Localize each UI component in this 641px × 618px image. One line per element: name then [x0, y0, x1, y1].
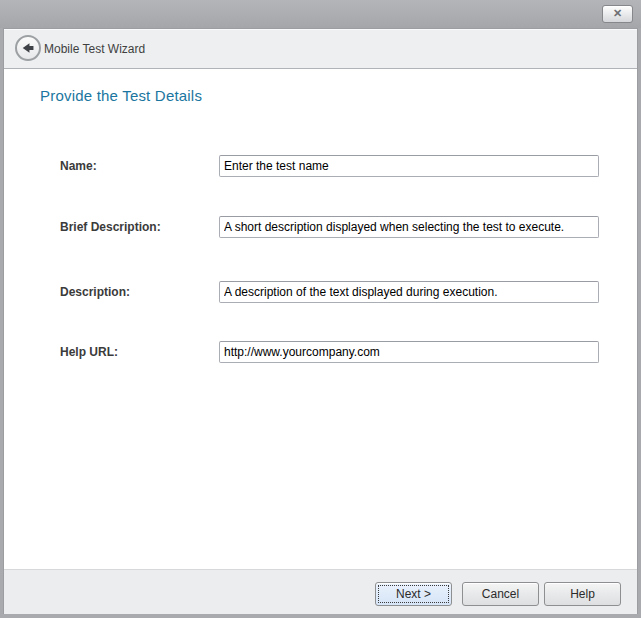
back-button[interactable] — [15, 35, 41, 61]
form-row-description: Description: — [4, 281, 637, 305]
brief-description-label: Brief Description: — [60, 220, 161, 234]
form-row-brief-description: Brief Description: — [4, 216, 637, 240]
wizard-header: Mobile Test Wizard — [4, 29, 637, 69]
cancel-button[interactable]: Cancel — [462, 582, 539, 606]
next-button[interactable]: Next > — [375, 582, 452, 606]
brief-description-input[interactable] — [219, 216, 599, 238]
help-url-label: Help URL: — [60, 345, 118, 359]
description-label: Description: — [60, 285, 130, 299]
name-label: Name: — [60, 159, 97, 173]
mobile-test-wizard-window: ✕ Mobile Test Wizard Provide the Test De… — [0, 0, 641, 618]
close-button[interactable]: ✕ — [602, 5, 633, 23]
help-url-input[interactable] — [219, 341, 599, 363]
description-input[interactable] — [219, 281, 599, 303]
help-button[interactable]: Help — [544, 582, 621, 606]
form-row-help-url: Help URL: — [4, 341, 637, 365]
client-area: Mobile Test Wizard Provide the Test Deta… — [3, 28, 638, 614]
back-arrow-icon — [18, 38, 38, 58]
footer-bar: Next > Cancel Help — [4, 569, 637, 614]
form-row-name: Name: — [4, 155, 637, 179]
titlebar[interactable]: ✕ — [0, 0, 641, 28]
name-input[interactable] — [219, 155, 599, 177]
wizard-title: Mobile Test Wizard — [44, 29, 145, 69]
close-icon: ✕ — [613, 7, 622, 19]
page-title: Provide the Test Details — [40, 87, 202, 104]
